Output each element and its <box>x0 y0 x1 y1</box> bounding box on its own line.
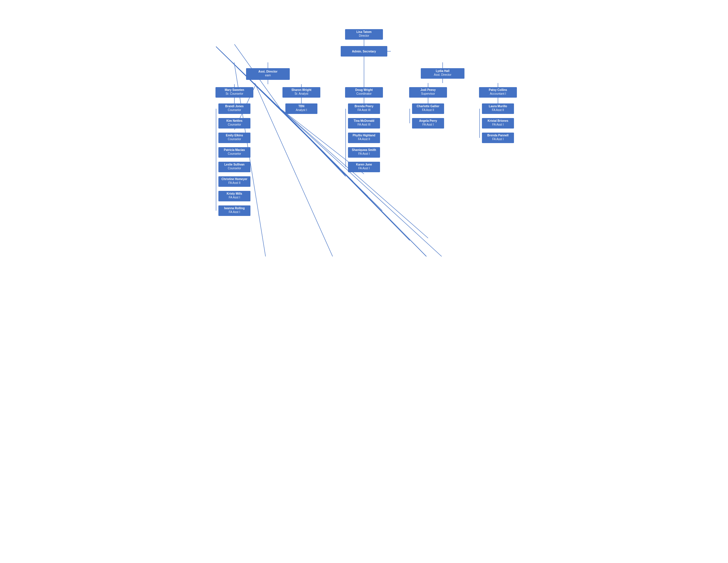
svg-text:FA Asst I: FA Asst I <box>229 196 240 199</box>
svg-text:Leslie Sullivan: Leslie Sullivan <box>224 163 244 166</box>
svg-text:Kristy Mills: Kristy Mills <box>227 192 242 195</box>
svg-text:Counselor: Counselor <box>228 167 241 170</box>
svg-text:Counselor: Counselor <box>228 123 241 126</box>
svg-text:Phyllis Highland: Phyllis Highland <box>353 134 375 137</box>
node-director: Lisa TatomDirector <box>345 29 383 40</box>
svg-text:Counselor: Counselor <box>228 108 241 112</box>
svg-text:Brandi Jones: Brandi Jones <box>225 105 244 108</box>
svg-text:FA Asst I: FA Asst I <box>423 123 434 126</box>
svg-text:Supervisor: Supervisor <box>421 92 435 95</box>
svg-line-129 <box>310 138 480 256</box>
svg-text:Lisa Tatom: Lisa Tatom <box>356 30 372 33</box>
node-shaniquwa-smith: Shaniquwa SmithFA Asst I <box>348 147 380 158</box>
svg-text:Sr. Counselor: Sr. Counselor <box>226 92 243 95</box>
node-brandi-jones: Brandi JonesCounselor <box>218 103 250 114</box>
node-sharon-wright: Sharon WrightSr. Analyst <box>282 87 320 98</box>
svg-text:FA Asst I: FA Asst I <box>492 123 504 126</box>
svg-text:eam: eam <box>265 74 271 77</box>
svg-text:Shaniquwa Smith: Shaniquwa Smith <box>352 148 376 151</box>
node-kristal-briones: Kristal BrionesFA Asst I <box>482 118 514 128</box>
svg-text:Patsy Collins: Patsy Collins <box>489 88 507 91</box>
svg-text:Karen June: Karen June <box>356 163 372 166</box>
svg-text:Doug Wright: Doug Wright <box>355 88 373 91</box>
svg-line-120 <box>280 109 480 256</box>
svg-text:Coordinator: Coordinator <box>356 92 372 95</box>
svg-text:TBN: TBN <box>298 105 305 108</box>
svg-text:Kim Nettles: Kim Nettles <box>226 119 242 122</box>
svg-text:FA Asst II: FA Asst II <box>358 137 370 141</box>
svg-text:FA Asst II: FA Asst II <box>228 181 241 184</box>
node-phyllis-highland: Phyllis HighlandFA Asst II <box>348 133 380 143</box>
node-patricia-macias: Patricia MaciasCounselor <box>218 147 250 158</box>
node-mary-sweeten: Mary SweetenSr. Counselor <box>215 87 253 98</box>
svg-text:Asst. Director: Asst. Director <box>258 70 278 73</box>
node-jodi-peevy: Jodi PeevySupervisor <box>409 87 447 98</box>
svg-text:Laura Murillo: Laura Murillo <box>489 105 507 108</box>
node-charlotte-gallier: Charlotte GallierFA Asst II <box>412 103 444 114</box>
svg-text:FA Asst I: FA Asst I <box>229 210 240 213</box>
svg-text:Brenda Pannell: Brenda Pannell <box>487 134 509 137</box>
svg-text:FA Asst I: FA Asst I <box>492 137 504 141</box>
svg-text:Tina McDonald: Tina McDonald <box>354 119 374 122</box>
svg-text:Counselor: Counselor <box>228 152 241 155</box>
node-christine-homeyer: Christine HomeyerFA Asst II <box>218 176 250 187</box>
node-tina-mcdonald: Tina McDonaldFA Asst III <box>348 118 380 128</box>
node-emily-elkins: Emily ElkinsCounselor <box>218 133 250 143</box>
svg-text:FA Asst III: FA Asst III <box>358 108 370 112</box>
svg-text:Kristal Briones: Kristal Briones <box>487 119 508 122</box>
svg-line-121 <box>280 109 498 256</box>
org-chart-svg: Lisa TatomDirectorAdmin. SecretaryAsst. … <box>189 17 539 256</box>
node-patsy-collins: Patsy CollinsAccountant I <box>479 87 517 98</box>
svg-text:Patricia Macias: Patricia Macias <box>224 148 245 151</box>
svg-text:Asst. Director: Asst. Director <box>434 73 452 76</box>
svg-text:Counselor: Counselor <box>228 137 241 141</box>
node-asst-director-right: Lydia HallAsst. Director <box>421 68 464 79</box>
svg-text:FA Asst III: FA Asst III <box>358 123 370 126</box>
chart-container: Lisa TatomDirectorAdmin. SecretaryAsst. … <box>6 17 722 268</box>
node-brenda-pannell: Brenda PannellFA Asst I <box>482 133 514 143</box>
node-kim-nettles: Kim NettlesCounselor <box>218 118 250 128</box>
node-kristy-mills: Kristy MillsFA Asst I <box>218 191 250 201</box>
svg-text:Analyst I: Analyst I <box>296 108 307 112</box>
svg-text:Mary Sweeten: Mary Sweeten <box>225 88 244 91</box>
node-laura-murillo: Laura MurilloFA Asst II <box>482 103 514 114</box>
svg-text:Sr. Analyst: Sr. Analyst <box>294 92 308 95</box>
node-brenda-peery: Brenda PeeryFA Asst III <box>348 103 380 114</box>
svg-text:Angela Perry: Angela Perry <box>419 119 437 122</box>
node-leslie-sullivan: Leslie SullivanCounselor <box>218 162 250 172</box>
svg-text:Emily Elkins: Emily Elkins <box>226 134 243 137</box>
svg-text:Brenda Peery: Brenda Peery <box>355 105 374 108</box>
node-admin-secretary: Admin. Secretary <box>341 46 387 56</box>
svg-line-125 <box>295 123 480 256</box>
svg-text:FA Asst II: FA Asst II <box>422 108 434 112</box>
svg-text:Accountant I: Accountant I <box>490 92 506 95</box>
node-doug-wright: Doug WrightCoordinator <box>345 87 383 98</box>
svg-text:Charlotte Gallier: Charlotte Gallier <box>417 105 439 108</box>
svg-text:FA Asst II: FA Asst II <box>492 108 504 112</box>
svg-text:Lydia Hall: Lydia Hall <box>436 69 450 73</box>
node-angela-perry: Angela PerryFA Asst I <box>412 118 444 128</box>
svg-text:Admin. Secretary: Admin. Secretary <box>352 50 376 53</box>
svg-text:Christine Homeyer: Christine Homeyer <box>222 177 248 181</box>
node-iwanna-rolling: Iwanna RollingFA Asst I <box>218 205 250 216</box>
svg-text:Director: Director <box>359 34 369 37</box>
svg-text:FA Asst I: FA Asst I <box>358 152 370 155</box>
svg-text:Iwanna Rolling: Iwanna Rolling <box>224 206 245 210</box>
svg-text:FA Asst I: FA Asst I <box>358 167 370 170</box>
node-karen-june: Karen JuneFA Asst I <box>348 162 380 172</box>
node-tbn: TBNAnalyst I <box>285 103 317 114</box>
svg-text:Sharon Wright: Sharon Wright <box>291 88 312 91</box>
svg-text:Jodi Peevy: Jodi Peevy <box>420 88 436 91</box>
